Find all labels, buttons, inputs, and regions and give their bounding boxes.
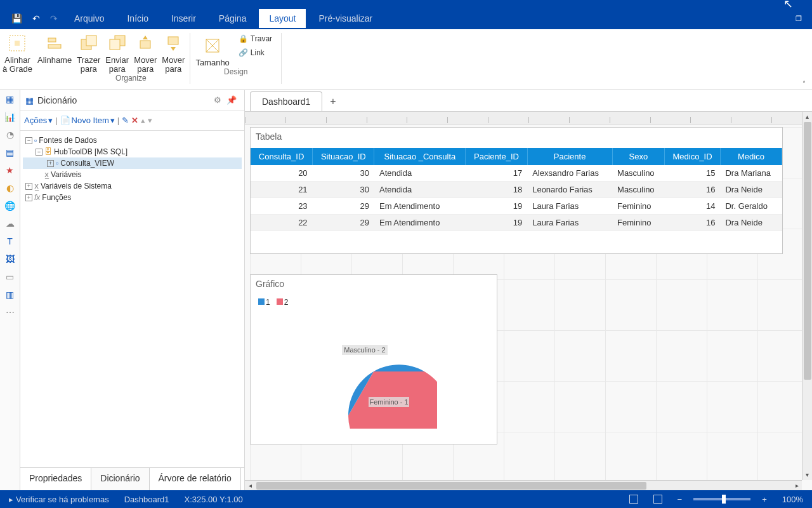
vertical-scrollbar[interactable]: ▴ ▾ <box>802 112 812 480</box>
tree-fontes-dados[interactable]: −▫Fontes de Dados <box>23 135 242 146</box>
window-restore-icon[interactable]: ❐ <box>790 12 807 25</box>
table-cell: Em Atendimento <box>374 215 466 231</box>
col-consulta-id[interactable]: Consulta_ID <box>251 148 313 165</box>
novo-item-dropdown[interactable]: 📄Novo Item ▾ <box>60 116 115 125</box>
up-icon[interactable]: ▴ <box>141 116 145 125</box>
zoom-slider[interactable] <box>693 498 750 500</box>
pin-icon[interactable]: 📌 <box>224 95 239 105</box>
table-cell: Leonardo Farias <box>527 182 612 198</box>
scroll-up-icon[interactable]: ▴ <box>806 112 809 122</box>
acoes-dropdown[interactable]: Ações ▾ <box>24 116 53 125</box>
rail-indicator-icon[interactable]: ★ <box>4 164 16 177</box>
rail-shape-icon[interactable]: ▥ <box>4 288 16 301</box>
scroll-down-icon[interactable]: ▾ <box>806 470 809 480</box>
menu-inicio[interactable]: Início <box>117 9 158 28</box>
collapse-icon[interactable]: − <box>25 137 32 144</box>
tab-arvore-relatorio[interactable]: Árvore de relatório <box>150 468 241 490</box>
edit-icon[interactable]: ✎ <box>122 116 129 125</box>
tb-label: Novo Item <box>72 116 109 125</box>
grafico-widget[interactable]: Gráfico 1 2 Masculino - 2 Fe <box>250 274 497 444</box>
table-row[interactable]: 2130Atendida18Leonardo FariasMasculino16… <box>251 182 782 198</box>
zoom-thumb[interactable] <box>722 495 726 504</box>
ribbon-label: Alinhar à Grade <box>3 56 32 74</box>
expand-icon[interactable]: + <box>47 160 54 167</box>
link-icon: 🔗 <box>239 48 248 57</box>
rail-table-icon[interactable]: ▦ <box>4 93 16 105</box>
tree-variaveis-sistema[interactable]: +x̲Variáveis de Sistema <box>23 180 242 192</box>
ribbon-mover-para-2[interactable]: Mover para <box>159 29 187 74</box>
menu-layout[interactable]: Layout <box>259 9 306 28</box>
doc-tab-dashboard1[interactable]: Dashboard1 <box>250 91 322 111</box>
function-icon: fx <box>34 193 40 202</box>
col-paciente-id[interactable]: Paciente_ID <box>466 148 527 165</box>
rail-online-icon[interactable]: ☁ <box>4 217 16 230</box>
col-situacao-id[interactable]: Situacao_ID <box>313 148 374 165</box>
ribbon-enviar-para[interactable]: Enviar para <box>103 29 131 74</box>
table-cell: 29 <box>313 198 374 215</box>
view-mode-1[interactable] <box>625 495 642 504</box>
expand-icon[interactable]: + <box>25 194 32 201</box>
ribbon-link[interactable]: 🔗Link <box>233 46 277 60</box>
rail-map-icon[interactable]: 🌐 <box>4 199 16 212</box>
gear-icon[interactable]: ⚙ <box>211 95 224 105</box>
status-verify[interactable]: ▸Verificar se há problemas <box>5 495 113 504</box>
col-sexo[interactable]: Sexo <box>612 148 665 165</box>
database-icon: 🗄 <box>44 147 52 156</box>
ribbon-collapse-icon[interactable]: ˄ <box>802 80 806 87</box>
scroll-thumb[interactable] <box>256 482 646 490</box>
rail-image-icon[interactable]: 🖼 <box>4 253 16 265</box>
scroll-right-icon[interactable]: ▸ <box>792 482 802 489</box>
ribbon-mover-para-1[interactable]: Mover para <box>131 29 159 74</box>
rail-text-icon[interactable]: T <box>4 235 16 248</box>
tab-propriedades[interactable]: Propriedades <box>20 468 91 490</box>
ribbon-travar[interactable]: 🔒Travar <box>233 32 277 46</box>
add-tab-button[interactable]: + <box>324 92 342 111</box>
ribbon-alinhar-grade[interactable]: Alinhar à Grade <box>0 29 35 74</box>
table-row[interactable]: 2329Em Atendimento19Laura FariasFeminino… <box>251 198 782 215</box>
legend-swatch-2 <box>277 298 283 305</box>
expand-icon[interactable]: + <box>25 183 32 190</box>
tab-dicionario[interactable]: Dicionário <box>91 468 149 490</box>
menu-pagina[interactable]: Página <box>209 9 257 28</box>
tree-variaveis[interactable]: x̲Variáveis <box>23 169 242 180</box>
ribbon-tamanho[interactable]: Tamanho <box>193 29 232 67</box>
undo-icon[interactable]: ↶ <box>29 11 44 26</box>
view-mode-2[interactable] <box>650 495 666 504</box>
col-situacao-consulta[interactable]: Situacao _Consulta <box>374 148 466 165</box>
tree-hubtooldb[interactable]: −🗄HubToolDB [MS SQL] <box>23 146 242 157</box>
zoom-level[interactable]: 100% <box>778 495 807 504</box>
col-medico[interactable]: Medico <box>720 148 782 165</box>
rail-gauge-icon[interactable]: ◔ <box>4 128 16 141</box>
tabela-widget[interactable]: Tabela Consulta_ID Situacao_ID Situacao … <box>250 127 783 254</box>
new-icon: 📄 <box>60 116 70 125</box>
tree-funcoes[interactable]: +fxFunções <box>23 192 242 203</box>
col-medico-id[interactable]: Medico_ID <box>665 148 721 165</box>
rail-pivot-icon[interactable]: ▤ <box>4 146 16 159</box>
menu-inserir[interactable]: Inserir <box>161 9 206 28</box>
tree-label: Funções <box>42 193 71 202</box>
ribbon-trazer-para[interactable]: Trazer para <box>74 29 103 74</box>
tree-consulta-view[interactable]: +▫Consulta_VIEW <box>23 157 242 169</box>
menu-arquivo[interactable]: Arquivo <box>64 9 114 28</box>
redo-icon[interactable]: ↷ <box>46 11 62 26</box>
rail-chart-icon[interactable]: 📊 <box>4 110 16 123</box>
rail-panel-icon[interactable]: ▭ <box>4 271 16 283</box>
rail-progress-icon[interactable]: ◐ <box>4 182 16 194</box>
ribbon-alinhamento[interactable]: Alinhame <box>35 29 74 65</box>
zoom-in[interactable]: + <box>758 495 771 504</box>
table-row[interactable]: 2030Atendida17Alexsandro FariasMasculino… <box>251 165 782 182</box>
rail-more-icon[interactable]: ⋯ <box>4 306 16 319</box>
horizontal-scrollbar[interactable]: ◂ ▸ <box>245 480 802 490</box>
menu-previsualizar[interactable]: Pré-visualizar <box>308 9 383 28</box>
table-row[interactable]: 2229Em Atendimento19Laura FariasFeminino… <box>251 215 782 231</box>
scroll-thumb[interactable] <box>804 122 811 380</box>
scroll-left-icon[interactable]: ◂ <box>245 482 255 489</box>
down-icon[interactable]: ▾ <box>148 116 152 125</box>
save-icon[interactable]: 💾 <box>8 11 26 26</box>
zoom-out[interactable]: − <box>674 495 686 504</box>
table-cell: Laura Farias <box>527 215 612 231</box>
collapse-icon[interactable]: − <box>36 149 43 156</box>
canvas[interactable]: Tabela Consulta_ID Situacao_ID Situacao … <box>245 112 812 490</box>
col-paciente[interactable]: Paciente <box>527 148 612 165</box>
delete-icon[interactable]: ✕ <box>131 116 138 125</box>
